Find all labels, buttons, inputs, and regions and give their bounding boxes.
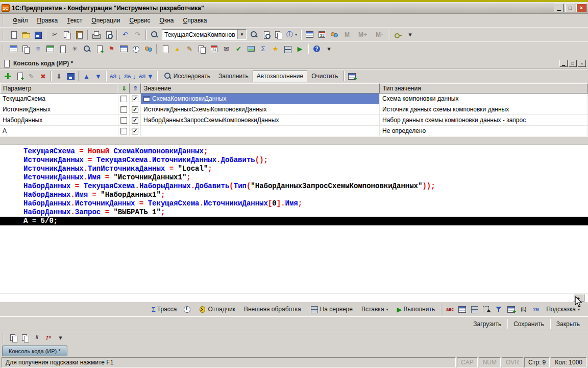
toolbar-grip[interactable] [2,333,6,343]
table-tool-icon[interactable] [44,43,56,55]
cell-value[interactable]: СхемаКомпоновкиДанных [141,94,380,104]
menu-item-2[interactable]: Правка [33,15,62,26]
table-icon[interactable] [304,29,315,40]
undo-icon[interactable]: ↶ [119,29,131,40]
code-line[interactable]: ИсточникДанных.Имя = "ИсточникДанных1"; [0,173,588,182]
trace-button[interactable]: ΣТрасса [148,304,181,315]
query-console-icon[interactable] [118,43,130,55]
edit-code-icon[interactable]: ✎ [184,43,195,55]
calendar-icon[interactable] [316,29,328,40]
menu-item-6[interactable]: Окна [156,15,178,26]
db-save-icon[interactable] [469,304,480,315]
combobox-dropdown-icon[interactable]: ▼ [237,30,246,39]
minibar-overflow-icon[interactable]: ▾ [55,332,66,343]
code-line[interactable]: НаборДанных.Имя = "НаборДанных1"; [0,191,588,199]
fill-button[interactable]: Заполнить [214,71,253,82]
spellcheck-icon[interactable]: авс [444,304,456,315]
cell-type[interactable]: Схема компоновки данных [380,94,588,104]
format-grid-icon[interactable] [505,304,517,315]
menu-grip[interactable] [2,15,6,26]
checkbox-export[interactable] [120,106,127,113]
copy-block-alt-icon[interactable] [19,332,31,343]
find-next-icon[interactable] [248,29,260,40]
help-icon[interactable] [311,43,323,55]
splitter[interactable] [0,136,588,145]
toolbar-grip[interactable] [2,30,6,40]
menu-item-5[interactable]: Сервис [125,15,154,26]
checkbox-import[interactable]: ✓ [132,128,138,134]
investigate-button[interactable]: Исследовать [159,71,214,82]
new-document-icon[interactable] [8,29,19,40]
code-line[interactable]: НаборДанных = ТекущаяСхема.НаборыДанных.… [0,182,588,191]
panel-close-button[interactable]: × [578,60,586,67]
sum-icon[interactable]: Σ [257,43,269,55]
warning-icon[interactable]: ▲ [172,43,183,55]
menu-item-1[interactable]: Файл [9,15,32,26]
close-button[interactable]: × [576,4,586,12]
save-form-button[interactable]: Сохранить [509,318,548,330]
grid-edit-icon[interactable] [456,304,468,315]
cell-parameter[interactable]: ИсточникДанных [0,104,118,114]
print-icon[interactable] [90,29,102,40]
star-icon[interactable]: ★ [270,43,281,55]
menu-item-4[interactable]: Операции [87,15,124,26]
select-area-icon[interactable] [481,304,493,315]
save-list-icon[interactable] [65,71,77,82]
panel-minimize-button[interactable]: ▁ [559,60,568,67]
import-icon[interactable]: ⇓ [53,71,65,82]
cell-parameter[interactable]: НаборДанных [0,115,118,125]
cell-parameter[interactable]: А [0,126,118,136]
add-icon[interactable] [2,71,14,82]
add-copy-icon[interactable] [14,71,26,82]
info-icon[interactable]: ⓘ▾ [285,29,299,40]
minimize-button[interactable]: ▁ [554,4,564,12]
cell-type[interactable]: Источник данных схемы компоновки данных [380,104,588,114]
log-book-icon[interactable] [208,43,220,55]
form-icon[interactable] [57,43,68,55]
copy-icon[interactable] [61,29,73,40]
code-editor[interactable]: ТекущаяСхема = Новый СхемаКомпоновкиДанн… [0,145,588,302]
interface-panel-icon[interactable] [8,43,19,55]
info-small-icon[interactable]: (i.) [518,304,529,315]
code-line[interactable]: ТекущаяСхема = Новый СхемаКомпоновкиДанн… [0,147,588,156]
on-server-button[interactable]: На сервере [306,304,357,315]
code-line[interactable]: НаборДанных.ИсточникДанных = ТекущаяСхем… [0,199,588,208]
code-line[interactable]: ИсточникДанных = ТекущаяСхема.ИсточникиД… [0,156,588,165]
menu-item-3[interactable]: Текст [63,15,86,26]
edit-icon[interactable]: ✎ [26,71,37,82]
checkbox-import[interactable]: ✓ [132,106,138,113]
code-line[interactable]: ИсточникДанных.ТипИсточникаДанных = "Loc… [0,165,588,173]
column-header-import[interactable]: ⇑ [130,83,141,94]
toolbar-grip[interactable] [2,44,6,54]
table-settings-icon[interactable] [346,71,358,82]
filter-icon[interactable] [493,304,505,315]
column-header-type[interactable]: Тип значения [380,83,588,94]
autofill-button[interactable]: Автозаполнение [253,71,307,82]
cell-type[interactable]: Не определено [380,126,588,136]
move-down-icon[interactable]: ▼ [92,71,104,82]
column-header-parameter[interactable]: Параметр [0,83,118,94]
redo-icon[interactable]: ↷ [132,29,143,40]
memory-button[interactable]: M [340,29,354,40]
checkbox-export[interactable] [120,117,127,124]
cell-value[interactable]: НаборДанныхЗапросСхемыКомпоновкиДанных [141,115,380,125]
search-metadata-icon[interactable] [81,43,93,55]
settings-icon[interactable]: ✳ [69,43,81,55]
run-button[interactable]: ▶Выполнить [393,304,439,315]
syntax-check-icon[interactable]: ƒ× [43,332,55,343]
close-form-button[interactable]: Закрыть [552,318,584,330]
cell-value[interactable] [141,126,380,136]
run-tool-icon[interactable]: ▶ [294,43,306,55]
find-in-data-icon[interactable] [260,29,272,40]
clear-button[interactable]: Очистить [307,71,342,82]
filter-sort-icon[interactable]: АЯ▼ [137,71,155,82]
sessions-icon[interactable] [142,43,154,55]
code-line[interactable]: НаборДанных.Запрос = "ВЫБРАТЬ 1"; [0,208,588,217]
sort-descending-icon[interactable]: ЯА↓ [122,71,137,82]
toolbar-overflow-icon[interactable]: ▾ [404,29,416,40]
timing-icon-button[interactable] [181,304,193,315]
external-processing-button[interactable]: Внешняя обработка [240,304,305,315]
comment-icon[interactable]: // [31,332,43,343]
check-config-icon[interactable]: ✔ [233,43,244,55]
horizontal-scrollbar[interactable]: ► [0,293,588,302]
